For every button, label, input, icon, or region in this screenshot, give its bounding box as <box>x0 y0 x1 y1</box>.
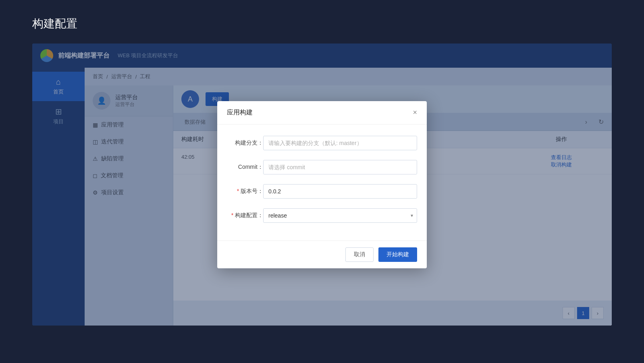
commit-input[interactable] <box>263 160 417 174</box>
modal-body: 构建分支： Commit： 版本号： 构建配置 <box>217 124 427 241</box>
build-config-label: 构建配置： <box>227 212 263 219</box>
build-config-select[interactable]: release debug staging <box>263 208 417 223</box>
page-title: 构建配置 <box>0 0 644 44</box>
branch-input[interactable] <box>263 136 417 150</box>
page-wrapper: 构建配置 前端构建部署平台 WEB 项目全流程研发平台 ⌂ 首页 ⊞ 项目 首页 <box>0 0 644 326</box>
version-label: 版本号： <box>227 188 263 195</box>
cancel-button[interactable]: 取消 <box>345 247 374 262</box>
main-content: 前端构建部署平台 WEB 项目全流程研发平台 ⌂ 首页 ⊞ 项目 首页 / 运营… <box>32 44 612 326</box>
branch-label: 构建分支： <box>227 139 263 147</box>
modal-dialog: 应用构建 × 构建分支： Commit： <box>217 101 427 268</box>
form-row-build-config: 构建配置： release debug staging ▾ <box>227 208 417 223</box>
form-row-branch: 构建分支： <box>227 136 417 150</box>
modal-overlay: 应用构建 × 构建分支： Commit： <box>32 44 612 326</box>
form-row-version: 版本号： <box>227 184 417 199</box>
modal-title: 应用构建 <box>227 108 253 117</box>
modal-close-button[interactable]: × <box>413 109 417 116</box>
modal-header: 应用构建 × <box>217 101 427 124</box>
build-config-select-wrapper: release debug staging ▾ <box>263 208 417 223</box>
commit-label: Commit： <box>227 164 263 171</box>
confirm-build-button[interactable]: 开始构建 <box>378 247 417 262</box>
modal-footer: 取消 开始构建 <box>217 241 427 268</box>
form-row-commit: Commit： <box>227 160 417 174</box>
version-input[interactable] <box>263 184 417 199</box>
